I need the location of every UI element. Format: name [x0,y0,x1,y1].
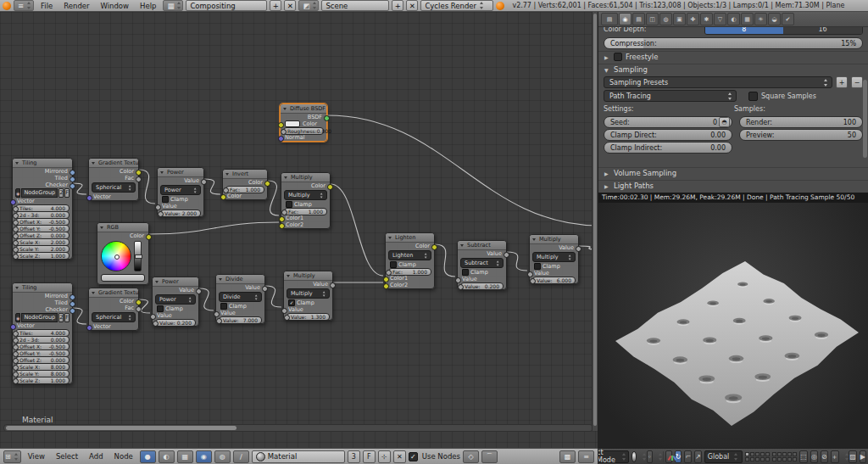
yellow-socket[interactable] [278,122,284,128]
menu-file[interactable]: File [36,2,57,10]
snap-magnet-icon[interactable]: ◎ [810,450,818,463]
linestyle-shader-icon[interactable]: ∕ [233,450,249,463]
node-header[interactable]: Multiply [284,271,332,281]
fake-user-button[interactable]: F [64,313,70,322]
layer-buttons-group-2[interactable] [772,452,797,461]
tab-render-layers-icon[interactable]: ▤ [632,13,645,25]
layer-button[interactable] [745,452,749,456]
layer-button[interactable] [787,457,792,461]
value-slider[interactable]: Offset X:-0.500 [15,343,70,349]
layer-button[interactable] [772,457,776,461]
users-button[interactable]: 2 [58,188,64,198]
clamp-checkbox[interactable]: ✓Clamp [284,299,332,306]
value-slider[interactable]: Roughness:0.000 [283,127,324,133]
pin-icon[interactable]: ⊹ [378,450,391,463]
node-diffuse-bsdf[interactable]: Diffuse BSDFBSDFColorRoughness:0.000Norm… [280,103,327,142]
value-slider[interactable]: Fac:1.000 [388,268,431,274]
value-slider[interactable]: Offset Y:-0.500 [15,225,70,231]
node-header[interactable]: Gradient Texture [89,288,138,298]
gray-socket[interactable] [281,210,287,215]
gray-socket[interactable] [136,176,142,182]
purple-socket[interactable] [86,195,92,201]
gray-socket[interactable] [216,318,222,324]
gray-socket[interactable] [13,220,19,226]
node-dropdown[interactable]: Multiply [284,190,327,200]
render-samples-field[interactable]: Render:100 [739,116,863,128]
gray-socket[interactable] [13,254,19,260]
node-header[interactable]: Tiling [13,159,72,168]
node-editor[interactable]: Diffuse BSDFBSDFColorRoughness:0.000Norm… [0,12,598,448]
layer-button[interactable] [787,452,792,456]
clamp-checkbox[interactable]: Clamp [158,196,203,203]
clamp-checkbox[interactable]: Clamp [153,305,198,312]
blue-socket[interactable] [70,183,75,189]
gray-socket[interactable] [13,226,19,232]
viewport-render-preview[interactable] [598,203,868,448]
layer-button[interactable] [750,452,754,456]
manipulator-combined-icon[interactable]: ↗ [694,450,702,463]
snap-element-icon[interactable]: ⊘ [821,450,828,463]
node-header[interactable]: Power [153,277,198,287]
properties-scrollbar[interactable] [863,80,867,158]
node-divide[interactable]: DivideValueDivideClampValueValue:7.000 [215,274,265,324]
gray-socket[interactable] [136,306,142,312]
layer-button[interactable] [760,452,765,456]
tab-constraints-icon[interactable]: ✚ [687,13,699,25]
gray-socket[interactable] [158,211,164,217]
node-dropdown[interactable]: Lighten [388,250,431,260]
object-shader-icon[interactable]: ◉ [196,450,212,463]
texture-tree-type-icon[interactable]: ▦ [177,450,193,463]
layer-button[interactable] [760,457,765,461]
purple-socket[interactable] [278,136,284,142]
value-slider[interactable]: Offset Z:0.000 [15,356,70,362]
manipulator-scale-icon[interactable]: ⌐ [684,450,692,463]
gray-socket[interactable] [504,252,509,258]
node-dropdown[interactable]: Spherical [92,182,136,193]
material-name-field[interactable]: Material [252,450,345,463]
node-header[interactable]: Gradient Texture [89,159,138,168]
tab-world-icon[interactable]: ◍ [659,13,672,25]
value-slider[interactable]: Value:1.300 [287,313,330,319]
layer-button[interactable] [755,457,760,461]
node-header[interactable]: Power [158,168,203,177]
value-slider[interactable]: Value:2.000 [160,210,201,215]
gray-socket[interactable] [13,338,19,344]
clamp-direct-field[interactable]: Clamp Direct:0.00 [604,129,732,141]
color-depth-toggle[interactable]: 8 16 [704,27,864,35]
clamp-checkbox[interactable]: Clamp [281,201,330,208]
gray-socket[interactable] [13,331,19,337]
value-slider[interactable]: Value:6.000 [532,277,576,282]
value-slider[interactable]: Scale Z:1.000 [15,252,70,258]
gray-socket[interactable] [13,213,19,219]
unlink-icon[interactable]: ✕ [393,450,406,463]
yellow-socket[interactable] [383,283,389,289]
value-slider[interactable]: Scale Z:1.000 [15,377,70,383]
editor-type-icon[interactable]: ≡ [14,0,34,11]
preset-remove-button[interactable]: − [851,76,863,88]
integrator-dropdown[interactable]: Path Tracing [604,90,737,102]
layer-button[interactable] [777,452,782,456]
gray-socket[interactable] [13,351,19,357]
gray-socket[interactable] [281,308,287,314]
gray-socket[interactable] [13,247,19,253]
layer-button[interactable] [765,452,770,456]
lock-icon[interactable]: ⬚ [799,450,808,463]
value-slider[interactable]: Value:0.200 [460,282,504,288]
opengl-render-icon[interactable]: ▨ [849,450,857,463]
gray-socket[interactable] [13,233,19,239]
gray-socket[interactable] [150,314,156,320]
node-dropdown[interactable]: Power [155,294,196,305]
node-subtract[interactable]: SubtractValueSubtractClampValueValue:0.2… [457,240,507,290]
seed-field[interactable]: Seed: 0 ◓ [604,116,732,128]
value-slider[interactable]: Offset Y:-0.500 [15,349,70,355]
value-vertical-slider[interactable] [134,241,142,271]
layer-button[interactable] [772,452,776,456]
color-wheel[interactable] [101,241,131,271]
blue-socket[interactable] [70,170,75,176]
yellow-socket[interactable] [279,216,285,222]
gray-socket[interactable] [153,321,159,327]
layer-button[interactable] [782,452,787,456]
gray-socket[interactable] [13,372,19,377]
scene-icon[interactable]: ◩ [298,0,319,11]
preview-samples-field[interactable]: Preview:50 [739,129,863,141]
